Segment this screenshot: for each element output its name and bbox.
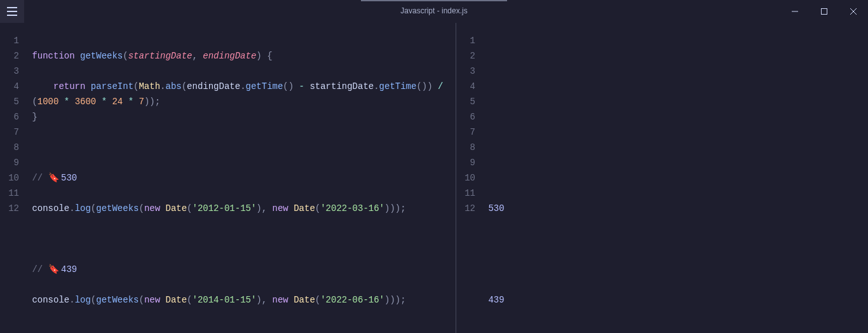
code-area-source[interactable]: function getWeeks(startingDate, endingDa… bbox=[27, 23, 456, 333]
editor-split-container: 1 2 3 4 5 6 7 8 9 10 11 12 function getW… bbox=[0, 23, 868, 333]
line-number: 8 bbox=[0, 140, 27, 155]
line-gutter-right: 1 2 3 4 5 6 7 8 9 10 11 12 bbox=[456, 23, 483, 333]
line-number: 4 bbox=[0, 79, 27, 94]
line-number: 7 bbox=[456, 125, 483, 140]
line-number: 3 bbox=[456, 64, 483, 79]
line-number: 7 bbox=[0, 125, 27, 140]
bookmark-icon: 🔖 bbox=[48, 262, 56, 277]
line-number: 11 bbox=[0, 186, 27, 201]
title-accent-bar bbox=[361, 0, 507, 1]
output-value: 530 bbox=[488, 203, 504, 214]
line-number: 9 bbox=[456, 155, 483, 170]
line-number: 10 bbox=[0, 170, 27, 186]
line-number: 2 bbox=[456, 48, 483, 64]
minimize-icon bbox=[792, 8, 798, 15]
titlebar: Javascript - index.js bbox=[0, 0, 868, 23]
minimize-button[interactable] bbox=[780, 0, 810, 23]
window-controls bbox=[780, 0, 868, 23]
line-number: 5 bbox=[456, 94, 483, 109]
bookmark-icon: 🔖 bbox=[48, 170, 56, 186]
line-number: 11 bbox=[456, 186, 483, 201]
window-title: Javascript - index.js bbox=[400, 6, 467, 15]
line-number: 1 bbox=[456, 33, 483, 48]
line-number: 8 bbox=[456, 140, 483, 155]
line-number: 9 bbox=[0, 155, 27, 170]
output-value: 439 bbox=[488, 295, 504, 305]
code-area-output[interactable]: 530 439 8 bbox=[483, 23, 868, 333]
line-number: 12 bbox=[0, 201, 27, 216]
editor-pane-output[interactable]: 1 2 3 4 5 6 7 8 9 10 11 12 530 439 8 bbox=[456, 23, 868, 333]
editor-pane-source[interactable]: 1 2 3 4 5 6 7 8 9 10 11 12 function getW… bbox=[0, 23, 456, 333]
line-number: 4 bbox=[456, 79, 483, 94]
line-number: 2 bbox=[0, 48, 27, 64]
hamburger-menu-button[interactable] bbox=[0, 0, 24, 23]
close-button[interactable] bbox=[839, 0, 868, 23]
maximize-button[interactable] bbox=[810, 0, 839, 23]
line-number: 1 bbox=[0, 33, 27, 48]
line-number: 6 bbox=[456, 109, 483, 125]
maximize-icon bbox=[821, 8, 827, 15]
line-number: 3 bbox=[0, 64, 27, 79]
line-number: 5 bbox=[0, 94, 27, 109]
line-gutter-left: 1 2 3 4 5 6 7 8 9 10 11 12 bbox=[0, 23, 27, 333]
line-number: 12 bbox=[456, 201, 483, 216]
svg-rect-1 bbox=[822, 9, 827, 15]
line-number: 6 bbox=[0, 109, 27, 125]
line-number: 10 bbox=[456, 170, 483, 186]
close-icon bbox=[850, 8, 857, 15]
